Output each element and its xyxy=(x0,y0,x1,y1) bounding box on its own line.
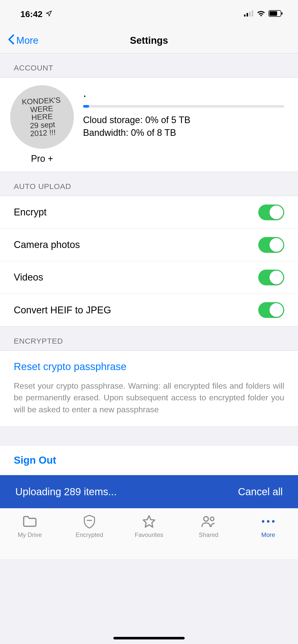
people-icon xyxy=(201,514,216,529)
chevron-left-icon xyxy=(8,34,15,47)
bandwidth-line: Bandwidth: 0% of 8 TB xyxy=(83,127,284,138)
plan-label: Pro + xyxy=(31,153,53,164)
reset-crypto-button[interactable]: Reset crypto passphrase xyxy=(0,351,298,377)
section-header-account: ACCOUNT xyxy=(0,53,298,77)
toggle-row-heif-to-jpeg: Convert HEIF to JPEG xyxy=(0,294,298,326)
back-button[interactable]: More xyxy=(8,34,38,47)
reset-crypto-description: Reset your crypto passphrase. Warning: a… xyxy=(0,377,298,427)
upload-status: Uploading 289 items... xyxy=(15,486,117,497)
svg-point-9 xyxy=(204,517,208,521)
camera-photos-switch[interactable] xyxy=(258,237,284,253)
tab-more[interactable]: More xyxy=(238,514,298,538)
status-bar: 16:42 xyxy=(0,0,298,28)
svg-rect-0 xyxy=(244,14,246,17)
battery-icon xyxy=(268,10,283,18)
videos-switch[interactable] xyxy=(258,270,284,285)
location-icon xyxy=(46,10,52,18)
svg-rect-1 xyxy=(247,13,248,17)
tab-label: Shared xyxy=(199,531,218,538)
tab-shared[interactable]: Shared xyxy=(179,514,238,538)
tab-label: My Drive xyxy=(18,531,42,538)
toggle-label: Videos xyxy=(14,272,43,283)
nav-bar: More Settings xyxy=(0,28,298,53)
back-label: More xyxy=(16,35,38,46)
account-cell[interactable]: KONDEK'S WERE HERE 29 sept 2012 !!! Pro … xyxy=(0,77,298,172)
tab-favourites[interactable]: Favourites xyxy=(119,514,179,538)
svg-rect-5 xyxy=(269,11,277,16)
toggle-label: Convert HEIF to JPEG xyxy=(14,305,111,316)
heif-to-jpeg-switch[interactable] xyxy=(258,302,284,318)
toggle-row-camera-photos: Camera photos xyxy=(0,229,298,261)
svg-rect-6 xyxy=(281,12,282,15)
svg-rect-3 xyxy=(252,10,253,17)
section-header-encrypted: ENCRYPTED xyxy=(0,327,298,350)
upload-banner: Uploading 289 items... Cancel all xyxy=(0,475,298,508)
svg-point-13 xyxy=(272,520,275,523)
cancel-all-button[interactable]: Cancel all xyxy=(238,486,283,497)
storage-line: Cloud storage: 0% of 5 TB xyxy=(83,115,284,125)
tab-bar: My Drive Encrypted Favourites Share xyxy=(0,508,298,559)
sign-out-button[interactable]: Sign Out xyxy=(0,445,298,475)
svg-point-12 xyxy=(267,520,269,523)
svg-point-11 xyxy=(262,520,264,523)
status-time: 16:42 xyxy=(20,9,43,19)
page-title: Settings xyxy=(0,35,298,46)
account-name: . xyxy=(83,90,284,96)
shield-icon xyxy=(83,514,96,529)
folder-icon xyxy=(22,514,37,529)
svg-point-10 xyxy=(210,517,214,521)
svg-marker-8 xyxy=(143,516,155,527)
toggle-row-encrypt: Encrypt xyxy=(0,196,298,229)
star-icon xyxy=(142,514,156,529)
more-icon xyxy=(261,514,276,529)
tab-encrypted[interactable]: Encrypted xyxy=(60,514,119,538)
toggle-row-videos: Videos xyxy=(0,261,298,294)
tab-my-drive[interactable]: My Drive xyxy=(0,514,60,538)
status-right xyxy=(244,10,283,18)
cellular-icon xyxy=(244,10,254,18)
avatar: KONDEK'S WERE HERE 29 sept 2012 !!! xyxy=(10,85,74,149)
wifi-icon xyxy=(257,10,265,18)
tab-label: Favourites xyxy=(135,531,163,538)
encrypt-switch[interactable] xyxy=(258,204,284,220)
svg-rect-2 xyxy=(249,12,251,17)
home-indicator[interactable] xyxy=(113,637,185,639)
tab-label: More xyxy=(261,531,275,538)
toggle-label: Encrypt xyxy=(14,207,47,218)
storage-progress-fill xyxy=(83,105,89,108)
tab-label: Encrypted xyxy=(76,531,103,538)
toggle-label: Camera photos xyxy=(14,239,80,250)
section-header-auto-upload: AUTO UPLOAD xyxy=(0,172,298,196)
storage-progress xyxy=(83,105,284,108)
